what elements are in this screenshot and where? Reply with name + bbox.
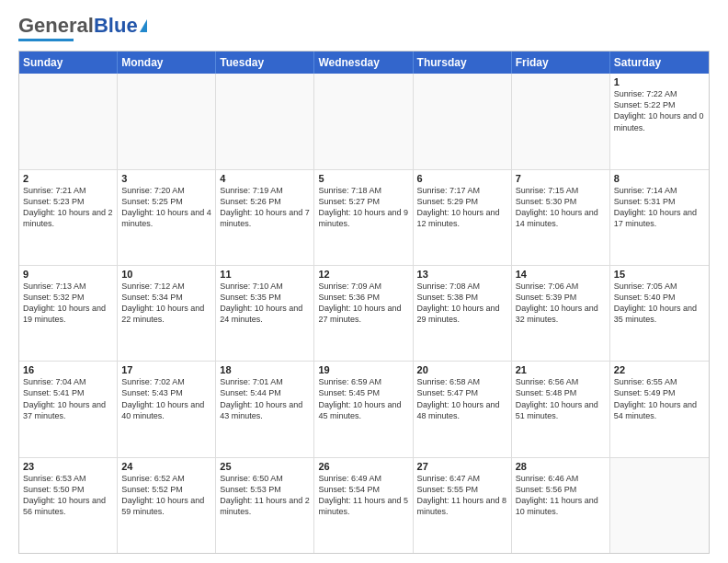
day-info: Sunrise: 6:50 AM Sunset: 5:53 PM Dayligh… (220, 473, 310, 518)
calendar-row-4: 16Sunrise: 7:04 AM Sunset: 5:41 PM Dayli… (19, 362, 709, 457)
calendar-cell: 17Sunrise: 7:02 AM Sunset: 5:43 PM Dayli… (118, 362, 216, 456)
day-number: 8 (614, 173, 705, 184)
calendar-cell: 6Sunrise: 7:17 AM Sunset: 5:29 PM Daylig… (414, 170, 512, 265)
day-info: Sunrise: 6:56 AM Sunset: 5:48 PM Dayligh… (516, 376, 606, 421)
calendar-row-1: 1Sunrise: 7:22 AM Sunset: 5:22 PM Daylig… (19, 74, 709, 169)
day-number: 20 (417, 364, 507, 375)
day-info: Sunrise: 6:47 AM Sunset: 5:55 PM Dayligh… (417, 473, 507, 518)
day-number: 2 (23, 173, 113, 184)
calendar-cell: 15Sunrise: 7:05 AM Sunset: 5:40 PM Dayli… (610, 266, 709, 361)
calendar-body: 1Sunrise: 7:22 AM Sunset: 5:22 PM Daylig… (19, 74, 709, 553)
calendar-cell: 19Sunrise: 6:59 AM Sunset: 5:45 PM Dayli… (314, 362, 413, 456)
header: GeneralBlue (18, 15, 710, 41)
calendar: SundayMondayTuesdayWednesdayThursdayFrid… (18, 51, 710, 554)
calendar-cell: 2Sunrise: 7:21 AM Sunset: 5:23 PM Daylig… (19, 170, 118, 265)
calendar-cell (414, 74, 512, 168)
day-info: Sunrise: 7:01 AM Sunset: 5:44 PM Dayligh… (220, 376, 310, 421)
logo-general: General (18, 14, 94, 37)
day-info: Sunrise: 6:55 AM Sunset: 5:49 PM Dayligh… (614, 376, 705, 421)
day-info: Sunrise: 6:49 AM Sunset: 5:54 PM Dayligh… (318, 473, 408, 518)
calendar-cell: 14Sunrise: 7:06 AM Sunset: 5:39 PM Dayli… (512, 266, 610, 361)
day-info: Sunrise: 7:10 AM Sunset: 5:35 PM Dayligh… (220, 281, 310, 326)
calendar-cell: 7Sunrise: 7:15 AM Sunset: 5:30 PM Daylig… (512, 170, 610, 265)
calendar-cell: 27Sunrise: 6:47 AM Sunset: 5:55 PM Dayli… (414, 458, 512, 553)
weekday-header-saturday: Saturday (610, 52, 709, 74)
calendar-cell: 16Sunrise: 7:04 AM Sunset: 5:41 PM Dayli… (19, 362, 118, 456)
day-number: 9 (23, 269, 113, 280)
day-info: Sunrise: 7:13 AM Sunset: 5:32 PM Dayligh… (23, 281, 113, 326)
calendar-cell (216, 74, 314, 168)
calendar-cell: 22Sunrise: 6:55 AM Sunset: 5:49 PM Dayli… (610, 362, 709, 456)
calendar-cell: 20Sunrise: 6:58 AM Sunset: 5:47 PM Dayli… (414, 362, 512, 456)
weekday-header-monday: Monday (118, 52, 216, 74)
weekday-header-thursday: Thursday (414, 52, 512, 74)
page: GeneralBlue SundayMondayTuesdayWednesday… (0, 0, 728, 563)
day-number: 14 (516, 269, 606, 280)
day-number: 24 (121, 461, 211, 472)
day-number: 10 (121, 269, 211, 280)
day-number: 13 (417, 269, 507, 280)
day-info: Sunrise: 7:22 AM Sunset: 5:22 PM Dayligh… (614, 88, 705, 133)
day-info: Sunrise: 6:52 AM Sunset: 5:52 PM Dayligh… (121, 473, 211, 518)
calendar-cell: 26Sunrise: 6:49 AM Sunset: 5:54 PM Dayli… (314, 458, 413, 553)
calendar-header: SundayMondayTuesdayWednesdayThursdayFrid… (19, 52, 709, 74)
calendar-row-3: 9Sunrise: 7:13 AM Sunset: 5:32 PM Daylig… (19, 266, 709, 362)
day-number: 7 (516, 173, 606, 184)
day-info: Sunrise: 7:21 AM Sunset: 5:23 PM Dayligh… (23, 185, 113, 230)
calendar-cell: 11Sunrise: 7:10 AM Sunset: 5:35 PM Dayli… (216, 266, 314, 361)
calendar-cell: 4Sunrise: 7:19 AM Sunset: 5:26 PM Daylig… (216, 170, 314, 265)
calendar-cell: 8Sunrise: 7:14 AM Sunset: 5:31 PM Daylig… (610, 170, 709, 265)
day-number: 25 (220, 461, 310, 472)
calendar-row-2: 2Sunrise: 7:21 AM Sunset: 5:23 PM Daylig… (19, 170, 709, 266)
day-number: 27 (417, 461, 507, 472)
logo-underline (18, 39, 74, 41)
calendar-row-5: 23Sunrise: 6:53 AM Sunset: 5:50 PM Dayli… (19, 458, 709, 553)
calendar-cell (19, 74, 118, 168)
day-info: Sunrise: 6:59 AM Sunset: 5:45 PM Dayligh… (318, 376, 408, 421)
day-number: 12 (318, 269, 408, 280)
calendar-cell: 24Sunrise: 6:52 AM Sunset: 5:52 PM Dayli… (118, 458, 216, 553)
day-info: Sunrise: 6:58 AM Sunset: 5:47 PM Dayligh… (417, 376, 507, 421)
day-info: Sunrise: 7:09 AM Sunset: 5:36 PM Dayligh… (318, 281, 408, 326)
day-info: Sunrise: 7:06 AM Sunset: 5:39 PM Dayligh… (516, 281, 606, 326)
day-number: 15 (614, 269, 705, 280)
calendar-cell (610, 458, 709, 553)
calendar-cell: 12Sunrise: 7:09 AM Sunset: 5:36 PM Dayli… (314, 266, 413, 361)
calendar-cell: 18Sunrise: 7:01 AM Sunset: 5:44 PM Dayli… (216, 362, 314, 456)
day-info: Sunrise: 7:04 AM Sunset: 5:41 PM Dayligh… (23, 376, 113, 421)
calendar-cell (512, 74, 610, 168)
day-number: 18 (220, 364, 310, 375)
day-number: 4 (220, 173, 310, 184)
day-info: Sunrise: 6:53 AM Sunset: 5:50 PM Dayligh… (23, 473, 113, 518)
calendar-cell: 3Sunrise: 7:20 AM Sunset: 5:25 PM Daylig… (118, 170, 216, 265)
logo: GeneralBlue (18, 15, 147, 41)
day-number: 11 (220, 269, 310, 280)
day-info: Sunrise: 7:20 AM Sunset: 5:25 PM Dayligh… (121, 185, 211, 230)
day-number: 3 (121, 173, 211, 184)
day-number: 22 (614, 364, 705, 375)
logo-triangle-icon (140, 19, 147, 32)
day-number: 1 (614, 76, 705, 87)
logo-blue: Blue (94, 14, 138, 37)
calendar-cell: 5Sunrise: 7:18 AM Sunset: 5:27 PM Daylig… (314, 170, 413, 265)
day-info: Sunrise: 7:19 AM Sunset: 5:26 PM Dayligh… (220, 185, 310, 230)
day-number: 16 (23, 364, 113, 375)
calendar-cell: 9Sunrise: 7:13 AM Sunset: 5:32 PM Daylig… (19, 266, 118, 361)
day-info: Sunrise: 7:15 AM Sunset: 5:30 PM Dayligh… (516, 185, 606, 230)
calendar-cell: 10Sunrise: 7:12 AM Sunset: 5:34 PM Dayli… (118, 266, 216, 361)
calendar-cell: 23Sunrise: 6:53 AM Sunset: 5:50 PM Dayli… (19, 458, 118, 553)
day-info: Sunrise: 7:12 AM Sunset: 5:34 PM Dayligh… (121, 281, 211, 326)
calendar-cell: 1Sunrise: 7:22 AM Sunset: 5:22 PM Daylig… (610, 74, 709, 168)
day-info: Sunrise: 7:08 AM Sunset: 5:38 PM Dayligh… (417, 281, 507, 326)
day-info: Sunrise: 7:14 AM Sunset: 5:31 PM Dayligh… (614, 185, 705, 230)
day-number: 5 (318, 173, 408, 184)
calendar-cell: 13Sunrise: 7:08 AM Sunset: 5:38 PM Dayli… (414, 266, 512, 361)
day-number: 19 (318, 364, 408, 375)
weekday-header-wednesday: Wednesday (314, 52, 413, 74)
day-number: 26 (318, 461, 408, 472)
day-number: 17 (121, 364, 211, 375)
day-info: Sunrise: 6:46 AM Sunset: 5:56 PM Dayligh… (516, 473, 606, 518)
day-number: 28 (516, 461, 606, 472)
weekday-header-tuesday: Tuesday (216, 52, 314, 74)
day-info: Sunrise: 7:17 AM Sunset: 5:29 PM Dayligh… (417, 185, 507, 230)
